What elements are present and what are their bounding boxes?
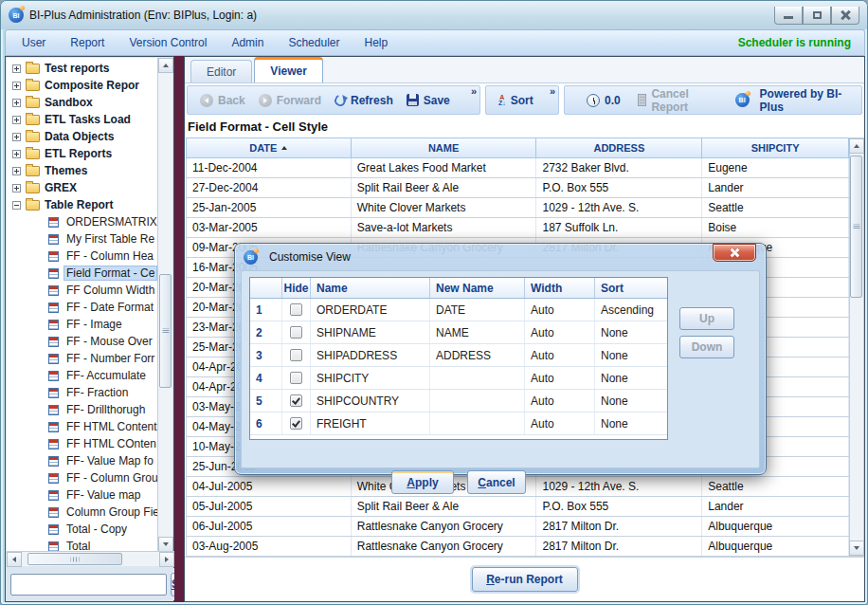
column-header-date[interactable]: DATE [187,138,352,157]
config-row[interactable]: 5 SHIPCOUNTRY Auto None [250,390,667,412]
column-header-name[interactable]: NAME [352,138,537,157]
tree-folder[interactable]: Test reports [7,60,158,77]
grid-scroll-down-arrow[interactable] [849,541,864,556]
cancel-button[interactable]: Cancel [467,470,526,494]
config-row[interactable]: 3 SHIPADDRESS ADDRESS Auto None [250,344,667,367]
expand-toggle-icon[interactable] [12,184,21,192]
tab[interactable]: Editor [190,60,252,82]
tab[interactable]: Viewer [254,57,322,82]
tree-folder[interactable]: ETL Reports [7,145,158,162]
close-button[interactable] [831,7,859,25]
tree-report-item[interactable]: Total - Copy [7,521,158,538]
expand-toggle-icon[interactable] [12,167,21,175]
width-cell[interactable]: Auto [525,299,595,321]
tree-report-item[interactable]: FF - Column Hea [7,248,158,265]
back-button[interactable]: Back [195,94,250,107]
forward-button[interactable]: Forward [254,94,326,107]
tree-report-item[interactable]: FF HTML COnten [7,435,158,452]
new-name-cell[interactable] [430,390,525,412]
tree-folder[interactable]: Table Report [7,196,158,213]
grid-vertical-scrollbar[interactable] [849,138,864,557]
hide-checkbox[interactable] [290,372,302,384]
tree-report-item[interactable]: Field Format - Ce [7,265,158,282]
tree-report-item[interactable]: FF - Image [7,316,158,333]
width-cell[interactable]: Auto [525,344,595,366]
menu-item[interactable]: Scheduler [276,36,352,49]
table-row[interactable]: 03-Mar-2005 Save-a-lot Markets 187 Suffo… [187,218,849,238]
tree-report-item[interactable]: FF - Column Grou [7,469,158,486]
scroll-down-arrow[interactable] [158,537,173,552]
expand-toggle-icon[interactable] [12,201,21,210]
config-row[interactable]: 6 FREIGHT Auto None [250,412,667,435]
hide-checkbox[interactable] [290,303,302,316]
table-row[interactable]: 27-Dec-2004 Split Rail Beer & Ale P.O. B… [187,178,849,198]
tree-report-item[interactable]: FF- Drillthorugh [7,401,158,418]
tree-vscroll-thumb[interactable] [159,274,172,388]
menu-item[interactable]: Report [58,36,117,49]
toolbar-overflow-button[interactable]: » [471,86,477,97]
sort-cell[interactable]: Ascending [595,299,667,321]
sort-cell[interactable]: None [595,367,667,389]
width-cell[interactable]: Auto [525,367,595,389]
cancel-report-button[interactable]: Cancel Report [633,87,723,114]
grid-vscroll-thumb[interactable] [850,156,862,298]
scroll-right-arrow[interactable] [159,552,174,567]
tree-folder[interactable]: Themes [7,162,158,179]
table-row[interactable]: 06-Jul-2005 Rattlesnake Canyon Grocery 2… [187,517,849,537]
scroll-left-arrow[interactable] [7,552,22,567]
tree-folder[interactable]: GREX [7,179,158,196]
tree-report-item[interactable]: FF- Accumulate [7,367,158,384]
minimize-button[interactable] [774,7,803,25]
rerun-report-button[interactable]: Re-run Report [472,567,578,592]
tree-horizontal-scrollbar[interactable] [7,551,174,566]
new-name-cell[interactable]: NAME [430,321,525,343]
tree-hscroll-thumb[interactable] [27,553,122,565]
config-row[interactable]: 2 SHIPNAME NAME Auto None [250,321,667,344]
expand-toggle-icon[interactable] [12,99,21,107]
menu-item[interactable]: Admin [219,36,276,49]
tree-folder[interactable]: Data Objects [7,128,158,145]
sort-button[interactable]: AZ↓ Sort [494,94,538,107]
column-header-address[interactable]: ADDRESS [536,138,702,157]
tree-report-item[interactable]: FF - Number Forr [7,350,158,367]
menu-item[interactable]: Version Control [117,36,219,49]
expand-toggle-icon[interactable] [12,150,21,158]
dialog-close-button[interactable] [713,244,756,262]
tree-report-item[interactable]: FF- Value map [7,486,158,504]
hide-checkbox[interactable] [290,417,302,430]
menu-item[interactable]: Help [352,36,400,49]
tree-vertical-scrollbar[interactable] [157,58,172,552]
search-input[interactable] [10,574,167,596]
refresh-button[interactable]: Refresh [330,94,398,107]
table-row[interactable]: 03-Aug-2005 Rattlesnake Canyon Grocery 2… [187,537,849,557]
down-button[interactable]: Down [679,336,734,358]
menu-item[interactable]: User [9,36,58,49]
tree-folder[interactable]: ETL Tasks Load [7,111,158,128]
tree-report-item[interactable]: FF - Date Format [7,299,158,316]
config-row[interactable]: 4 SHIPCITY Auto None [250,367,667,390]
sort-cell[interactable]: None [595,412,667,434]
expand-toggle-icon[interactable] [12,133,21,141]
hide-checkbox[interactable] [290,394,302,407]
dialog-title-bar[interactable]: BI Customise View [235,244,766,270]
save-button[interactable]: Save [402,94,455,107]
width-cell[interactable]: Auto [525,321,595,343]
new-name-cell[interactable] [430,412,525,434]
tree-report-item[interactable]: FF HTML Content [7,418,158,435]
tree-report-item[interactable]: FF- Value Map fo [7,452,158,469]
sort-cell[interactable]: None [595,344,667,366]
tree-report-item[interactable]: FF - Mouse Over [7,333,158,350]
tree-report-item[interactable]: ORDERSMATRIX [7,213,158,230]
tree-report-item[interactable]: Column Group Fie [7,504,158,521]
width-cell[interactable]: Auto [525,390,595,412]
sort-cell[interactable]: None [595,321,667,343]
column-header-shipcity[interactable]: SHIPCITY [702,138,849,157]
width-cell[interactable]: Auto [525,412,595,434]
new-name-cell[interactable]: DATE [430,299,525,321]
new-name-cell[interactable]: ADDRESS [430,344,525,366]
up-button[interactable]: Up [679,307,734,330]
sort-cell[interactable]: None [595,390,667,412]
expand-toggle-icon[interactable] [12,116,21,124]
tree-report-item[interactable]: My First Table Re [7,230,158,248]
table-row[interactable]: 05-Jul-2005 Split Rail Beer & Ale P.O. B… [187,497,849,517]
